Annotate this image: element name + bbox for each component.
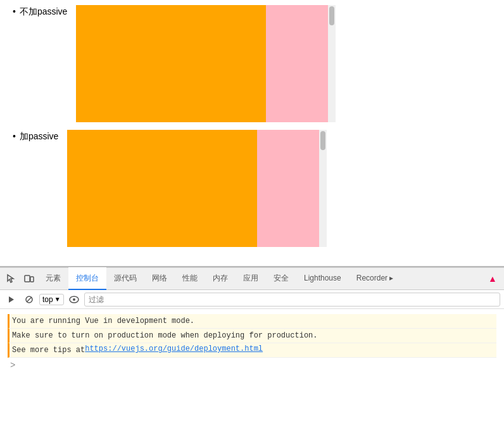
more-tools-btn[interactable]: ▲ [484, 270, 501, 288]
tab-recorder[interactable]: Recorder ▸ [349, 267, 401, 290]
console-output: You are running Vue in development mode.… [0, 309, 504, 378]
tab-network[interactable]: 网络 [144, 267, 175, 290]
clear-btn[interactable] [22, 292, 37, 307]
tab-security[interactable]: 安全 [266, 267, 296, 290]
live-expressions-btn[interactable] [66, 292, 82, 307]
svg-line-5 [27, 297, 32, 302]
item-label-2: 加passive [20, 131, 58, 142]
console-link[interactable]: https://vuejs.org/guide/deployment.html [85, 345, 263, 353]
svg-rect-1 [25, 275, 30, 282]
tab-performance[interactable]: 性能 [175, 267, 205, 290]
scroll-box-2[interactable] [67, 130, 327, 247]
context-label: top [42, 295, 53, 304]
console-line-3: See more tips at https://vuejs.org/guide… [8, 343, 496, 358]
tab-application[interactable]: 应用 [236, 267, 266, 290]
svg-marker-0 [8, 275, 13, 282]
orange-block-2 [67, 130, 257, 247]
console-text-1: You are running Vue in development mode. [12, 315, 194, 327]
context-selector[interactable]: top ▼ [39, 294, 64, 305]
console-toolbar: top ▼ [0, 290, 504, 309]
scroll-box-1[interactable] [76, 5, 336, 122]
orange-block-1 [76, 5, 266, 122]
console-text-3-prefix: See more tips at [12, 345, 85, 356]
devtools: 元素 控制台 源代码 网络 性能 内存 应用 安全 Lighthouse Rec… [0, 266, 504, 378]
tab-lighthouse[interactable]: Lighthouse [296, 267, 349, 290]
console-line-1: You are running Vue in development mode. [8, 314, 496, 329]
eye-icon [69, 296, 79, 303]
list-item-2: • 加passive [0, 130, 504, 247]
svg-rect-2 [30, 277, 34, 282]
svg-marker-3 [9, 296, 14, 303]
device-toolbar-btn[interactable] [20, 270, 38, 288]
scrollbar-track-1 [328, 5, 336, 122]
tab-memory[interactable]: 内存 [205, 267, 236, 290]
bullet-2: • [13, 131, 16, 141]
scrollbar-thumb-1 [329, 6, 334, 25]
tab-console[interactable]: 控制台 [68, 267, 106, 290]
webpage-content: • 不加passive • 加passive [0, 0, 504, 266]
svg-point-7 [73, 298, 75, 301]
play-icon [7, 295, 16, 304]
scrollbar-thumb-2 [320, 131, 325, 150]
context-dropdown-icon: ▼ [54, 296, 61, 303]
console-line-2: Make sure to turn on production mode whe… [8, 329, 496, 343]
tab-source[interactable]: 源代码 [106, 267, 144, 290]
devtools-tabs-toolbar: 元素 控制台 源代码 网络 性能 内存 应用 安全 Lighthouse Rec… [0, 267, 504, 290]
run-btn[interactable] [4, 292, 19, 307]
bullet-1: • [13, 6, 16, 16]
tab-elements[interactable]: 元素 [38, 267, 68, 290]
devtools-tabs: 元素 控制台 源代码 网络 性能 内存 应用 安全 Lighthouse Rec… [38, 267, 401, 290]
clear-icon [25, 295, 34, 304]
inspector-icon-btn[interactable] [3, 270, 20, 288]
console-prompt[interactable]: > [8, 358, 496, 373]
filter-input[interactable] [84, 293, 500, 307]
cursor-icon [6, 274, 16, 284]
item-label-1: 不加passive [20, 6, 67, 18]
scrollbar-track-2 [319, 130, 327, 247]
device-icon [24, 274, 34, 284]
console-text-2: Make sure to turn on production mode whe… [12, 330, 317, 341]
list-item-1: • 不加passive [0, 5, 504, 122]
